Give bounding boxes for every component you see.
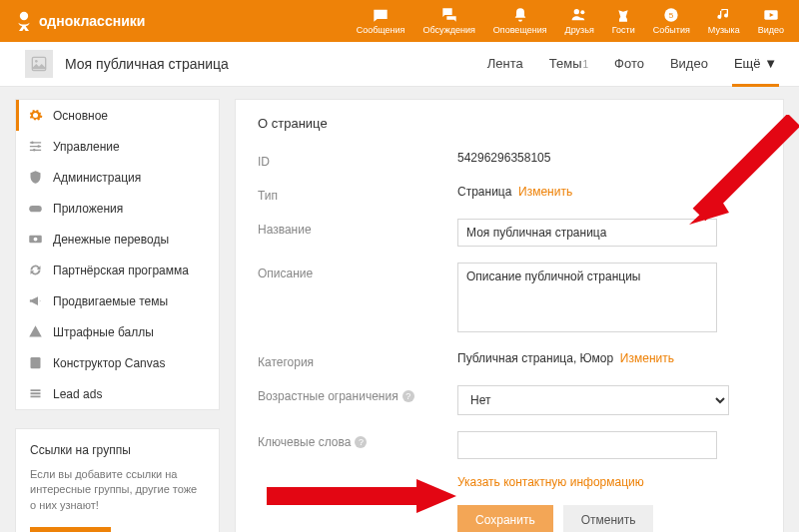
header: одноклассники Сообщения Обсуждения Опове… — [0, 0, 799, 42]
menu-penalty[interactable]: Штрафные баллы — [16, 316, 219, 347]
label-id: ID — [258, 151, 457, 169]
label-age: Возрастные ограничения? — [258, 385, 457, 403]
row-type: Тип Страница Изменить — [258, 185, 761, 203]
nav-guests[interactable]: Гости — [612, 7, 635, 35]
add-link-button[interactable]: Добавить — [30, 527, 111, 532]
menu-payments[interactable]: Денежные переводы — [16, 224, 219, 255]
menu-admin[interactable]: Администрация — [16, 162, 219, 193]
svg-point-2 — [580, 10, 584, 14]
tab-topics[interactable]: Темы1 — [547, 42, 590, 87]
canvas-icon — [28, 355, 43, 370]
menu-partner[interactable]: Партнёрская программа — [16, 255, 219, 285]
image-icon — [31, 56, 47, 72]
guests-icon — [614, 7, 632, 23]
tab-feed[interactable]: Лента — [485, 42, 525, 87]
name-input[interactable] — [457, 219, 717, 247]
svg-point-1 — [574, 9, 579, 14]
main-panel: О странице ID 54296296358105 Тип Страниц… — [235, 99, 784, 532]
label-keywords: Ключевые слова? — [258, 431, 457, 449]
help-icon[interactable]: ? — [402, 390, 414, 402]
save-button[interactable]: Сохранить — [457, 505, 553, 532]
value-id: 54296296358105 — [457, 151, 761, 165]
gamepad-icon — [28, 201, 43, 216]
row-desc: Описание Описание публичной странциы — [258, 263, 761, 335]
change-type-link[interactable]: Изменить — [518, 185, 572, 199]
ok-logo-icon — [15, 11, 33, 31]
tabs: Лента Темы1 Фото Видео Ещё ▼ — [485, 42, 779, 87]
label-type: Тип — [258, 185, 457, 203]
svg-point-10 — [33, 149, 36, 152]
form-heading: О странице — [258, 116, 761, 131]
svg-point-8 — [31, 142, 34, 145]
change-category-link[interactable]: Изменить — [620, 351, 674, 365]
page-title: Моя публичная страница — [65, 56, 229, 72]
links-box: Ссылки на группы Если вы добавите ссылки… — [15, 428, 220, 532]
row-age: Возрастные ограничения? Нет — [258, 385, 761, 415]
nav-messages[interactable]: Сообщения — [357, 7, 405, 35]
menu-basic[interactable]: Основное — [16, 100, 219, 131]
sliders-icon — [28, 139, 43, 154]
links-box-title: Ссылки на группы — [30, 443, 205, 457]
label-category: Категория — [258, 351, 457, 369]
svg-point-9 — [37, 145, 40, 148]
svg-rect-14 — [31, 357, 41, 368]
sidebar: Основное Управление Администрация Прилож… — [15, 99, 220, 532]
help-icon[interactable]: ? — [355, 436, 367, 448]
menu-promoted[interactable]: Продвигаемые темы — [16, 285, 219, 316]
list-icon — [28, 386, 43, 401]
brand-name: одноклассники — [39, 13, 145, 29]
form-actions: Сохранить Отменить — [457, 505, 761, 532]
megaphone-icon — [28, 293, 43, 308]
row-category: Категория Публичная страница, Юмор Измен… — [258, 351, 761, 369]
row-name: Название — [258, 219, 761, 247]
nav-discussions[interactable]: Обсуждения — [423, 7, 475, 35]
menu-leadads[interactable]: Lead ads — [16, 378, 219, 409]
bell-icon — [511, 7, 529, 23]
gear-icon — [28, 108, 43, 123]
cancel-button[interactable]: Отменить — [563, 505, 654, 532]
row-id: ID 54296296358105 — [258, 151, 761, 169]
nav-video[interactable]: Видео — [758, 7, 784, 35]
svg-point-0 — [20, 12, 28, 20]
refresh-icon — [28, 263, 43, 277]
discussions-icon — [440, 7, 458, 23]
shield-icon — [28, 170, 43, 185]
menu-canvas[interactable]: Конструктор Canvas — [16, 347, 219, 378]
label-name: Название — [258, 219, 457, 237]
desc-textarea[interactable]: Описание публичной странциы — [457, 263, 717, 332]
label-desc: Описание — [258, 263, 457, 280]
nav-music[interactable]: Музыка — [708, 7, 740, 35]
events-icon: 5 — [662, 7, 680, 23]
nav-events[interactable]: 5События — [653, 7, 690, 35]
music-icon — [715, 7, 733, 23]
row-contact: Указать контактную информацию — [258, 475, 761, 489]
side-menu: Основное Управление Администрация Прилож… — [15, 99, 220, 410]
tab-video[interactable]: Видео — [668, 42, 710, 87]
nav-notifications[interactable]: Оповещения — [493, 7, 547, 35]
top-nav: Сообщения Обсуждения Оповещения Друзья Г… — [357, 7, 784, 35]
age-select[interactable]: Нет — [457, 385, 729, 415]
tab-more[interactable]: Ещё ▼ — [732, 42, 779, 87]
svg-text:5: 5 — [669, 11, 674, 20]
warning-icon — [28, 324, 43, 339]
friends-icon — [570, 7, 588, 23]
svg-point-13 — [34, 238, 38, 242]
row-keywords: Ключевые слова? — [258, 431, 761, 459]
menu-apps[interactable]: Приложения — [16, 193, 219, 224]
message-icon — [372, 7, 390, 23]
sub-header: Моя публичная страница Лента Темы1 Фото … — [0, 42, 799, 87]
page-avatar[interactable] — [25, 50, 53, 78]
tab-photo[interactable]: Фото — [612, 42, 646, 87]
money-icon — [28, 232, 43, 247]
svg-rect-11 — [29, 206, 42, 212]
content-wrap: Основное Управление Администрация Прилож… — [0, 87, 799, 532]
menu-manage[interactable]: Управление — [16, 131, 219, 162]
logo[interactable]: одноклассники — [15, 11, 145, 31]
nav-friends[interactable]: Друзья — [565, 7, 594, 35]
contact-info-link[interactable]: Указать контактную информацию — [457, 475, 644, 489]
svg-point-7 — [35, 60, 38, 63]
video-icon — [762, 7, 780, 23]
value-category: Публичная страница, Юмор Изменить — [457, 351, 761, 365]
value-type: Страница Изменить — [457, 185, 761, 199]
keywords-input[interactable] — [457, 431, 717, 459]
